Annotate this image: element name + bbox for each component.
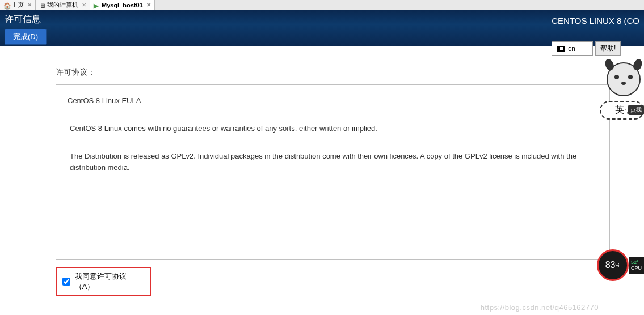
mascot-widget: 点我 英·, — [600, 62, 644, 130]
vm-tab-bar: 🏠 主页 ✕ 🖥 我的计算机 ✕ ▶ Mysql_host01 ✕ — [0, 0, 644, 10]
keyboard-icon — [557, 46, 565, 52]
eula-text-box: CentOS 8 Linux EULA CentOS 8 Linux comes… — [56, 84, 610, 260]
keyboard-layout-selector[interactable]: cn — [552, 41, 593, 56]
dog-avatar — [607, 62, 641, 96]
eula-paragraph: CentOS 8 Linux comes with no guarantees … — [68, 123, 598, 135]
agree-label[interactable]: 我同意许可协议（A） — [75, 271, 144, 292]
tab-home[interactable]: 🏠 主页 ✕ — [0, 0, 36, 10]
help-button[interactable]: 帮助! — [595, 41, 621, 56]
mascot-tag[interactable]: 点我 — [628, 105, 644, 115]
tab-close-icon[interactable]: ✕ — [146, 2, 151, 8]
tab-label: 我的计算机 — [47, 1, 78, 9]
computer-icon: 🖥 — [39, 2, 45, 8]
agree-row: 我同意许可协议（A） — [56, 267, 151, 296]
cpu-widget[interactable]: 83% 52° CPU — [597, 249, 644, 281]
lang-code: cn — [568, 45, 575, 53]
tab-close-icon[interactable]: ✕ — [27, 2, 32, 8]
section-label: 许可协议： — [56, 67, 610, 78]
tab-my-computer[interactable]: 🖥 我的计算机 ✕ — [36, 0, 90, 10]
server-icon: ▶ — [94, 2, 99, 8]
cpu-ring: 83% — [597, 249, 629, 281]
percent-symbol: % — [615, 262, 620, 269]
cpu-side: 52° CPU — [629, 257, 644, 274]
cpu-percent: 83 — [605, 260, 616, 270]
cpu-temp: 52° — [631, 259, 642, 265]
eula-paragraph: The Distribution is released as GPLv2. I… — [68, 151, 598, 174]
done-button[interactable]: 完成(D) — [5, 29, 47, 45]
main-content: 许可协议： CentOS 8 Linux EULA CentOS 8 Linux… — [0, 46, 644, 296]
installer-header: 许可信息 完成(D) CENTOS LINUX 8 (CO cn 帮助! — [0, 10, 644, 46]
tab-close-icon[interactable]: ✕ — [82, 2, 86, 8]
page-title: 许可信息 — [5, 14, 47, 25]
tab-label: Mysql_host01 — [102, 2, 143, 8]
eula-title: CentOS 8 Linux EULA — [68, 95, 598, 107]
tab-mysql-host[interactable]: ▶ Mysql_host01 ✕ — [90, 0, 155, 10]
os-title: CENTOS LINUX 8 (CO — [552, 14, 644, 25]
watermark: https://blog.csdn.net/q465162770 — [481, 303, 599, 312]
tab-label: 主页 — [11, 1, 24, 9]
home-icon: 🏠 — [3, 2, 9, 8]
cpu-label: CPU — [631, 265, 642, 271]
agree-checkbox[interactable] — [62, 278, 70, 286]
